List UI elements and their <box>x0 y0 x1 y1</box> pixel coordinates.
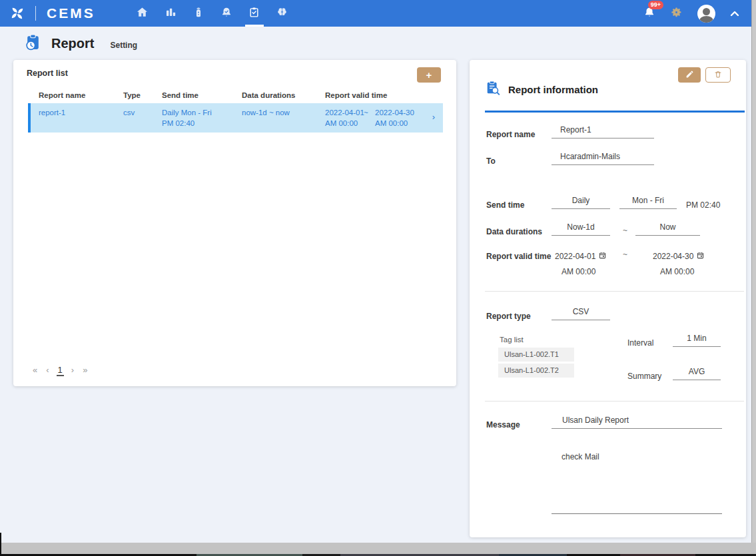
pagination-prev[interactable]: ‹ <box>45 365 50 376</box>
duration-tilde: ~ <box>623 226 627 235</box>
report-list-title: Report list <box>27 69 68 78</box>
valid-from-time-text[interactable]: AM 00:00 <box>562 267 595 276</box>
message-label: Message <box>486 420 520 429</box>
section-divider <box>485 291 744 292</box>
row-valid-to-date: 2022-04-30 <box>375 109 414 117</box>
report-information-panel: Report information Report name Report-1 … <box>470 60 746 537</box>
clipboard-check-icon <box>248 6 260 21</box>
bell-check-icon <box>220 6 232 21</box>
brand-name: CEMS <box>47 5 95 21</box>
nav-alarm[interactable] <box>212 0 240 27</box>
report-name-label: Report name <box>486 130 535 139</box>
page-title: Report <box>51 36 94 51</box>
vertical-scrollbar[interactable] <box>751 0 756 556</box>
chevron-up-icon <box>730 7 739 19</box>
bell-icon <box>643 9 655 21</box>
column-report-name: Report name <box>39 91 85 99</box>
page-header: Report Setting <box>24 33 137 54</box>
company-logo-icon <box>9 5 26 22</box>
row-valid-to-time: AM 00:00 <box>375 119 408 127</box>
to-field[interactable]: Hcaradmin-Mails <box>552 150 654 165</box>
column-data-durations: Data durations <box>242 91 296 99</box>
nav-ai[interactable] <box>268 0 296 27</box>
pagination-next[interactable]: › <box>70 365 75 376</box>
window-left-edge <box>0 533 1 556</box>
bar-chart-icon <box>165 6 177 21</box>
valid-from-date-picker[interactable]: 2022-04-01 <box>555 252 606 261</box>
report-name-field[interactable]: Report-1 <box>552 124 654 139</box>
calendar-icon <box>697 252 704 261</box>
nav-home[interactable] <box>129 0 157 27</box>
edit-report-button[interactable] <box>678 67 701 83</box>
application-window: CEMS <box>0 0 756 556</box>
report-type-field[interactable]: CSV <box>552 306 610 320</box>
add-report-button[interactable]: + <box>417 67 441 83</box>
home-icon <box>136 6 149 21</box>
data-durations-label: Data durations <box>486 227 542 236</box>
send-days-field[interactable]: Mon - Fri <box>619 194 677 209</box>
pagination-page-1[interactable]: 1 <box>57 365 64 376</box>
calendar-icon <box>599 252 606 261</box>
settings-button[interactable] <box>670 6 683 21</box>
pagination-first[interactable]: « <box>31 365 39 376</box>
notification-count-badge: 99+ <box>648 1 663 9</box>
pencil-icon <box>685 70 694 81</box>
send-clock-text[interactable]: PM 02:40 <box>686 200 720 210</box>
duration-from-field[interactable]: Now-1d <box>552 221 610 236</box>
nav-charts[interactable] <box>157 0 185 27</box>
section-divider <box>485 401 744 402</box>
nav-device[interactable] <box>185 0 212 27</box>
summary-field[interactable]: AVG <box>673 366 721 380</box>
valid-from-date-value: 2022-04-01 <box>555 252 595 261</box>
valid-to-time-text[interactable]: AM 00:00 <box>660 267 694 276</box>
iot-sensor-icon <box>192 6 204 21</box>
row-report-name: report-1 <box>39 109 65 117</box>
row-type: csv <box>123 109 135 117</box>
column-report-valid-time: Report valid time <box>325 91 387 99</box>
tab-setting[interactable]: Setting <box>110 41 137 50</box>
report-type-label: Report type <box>486 312 531 321</box>
clipboard-search-icon <box>485 80 501 99</box>
interval-field[interactable]: 1 Min <box>673 332 721 347</box>
message-body-text[interactable]: check Mail <box>562 452 599 461</box>
table-row-report-1[interactable]: report-1 csv Daily Mon - Fri PM 02:40 no… <box>28 103 443 133</box>
user-avatar[interactable] <box>697 5 715 23</box>
delete-report-button[interactable] <box>705 67 731 83</box>
pagination-last[interactable]: » <box>81 365 89 376</box>
top-navigation-bar: CEMS <box>0 0 751 27</box>
gear-icon <box>670 9 683 21</box>
message-subject-field[interactable]: Ulsan Daily Report <box>552 414 722 429</box>
trash-icon <box>714 70 722 81</box>
to-label: To <box>486 156 496 166</box>
row-chevron-right-icon[interactable]: › <box>432 112 435 122</box>
notifications-button[interactable]: 99+ <box>643 6 655 21</box>
row-send-time-schedule: Daily Mon - Fri <box>162 109 212 117</box>
duration-to-field[interactable]: Now <box>635 221 700 236</box>
interval-label: Interval <box>627 338 653 348</box>
row-valid-tilde: ~ <box>364 109 368 117</box>
avatar-shoulders <box>699 16 713 23</box>
valid-to-date-picker[interactable]: 2022-04-30 <box>653 252 704 261</box>
header-accent-rule <box>485 111 745 113</box>
report-information-title: Report information <box>508 84 598 95</box>
main-nav <box>129 0 296 27</box>
summary-label: Summary <box>627 372 661 381</box>
report-clock-icon <box>24 33 42 54</box>
row-valid-from-date: 2022-04-01 <box>325 109 364 117</box>
brain-icon <box>276 6 288 21</box>
report-information-header: Report information <box>485 80 598 99</box>
tag-list-item[interactable]: Ulsan-L1-002.T1 <box>498 348 574 362</box>
collapse-button[interactable] <box>730 7 739 19</box>
report-valid-time-label: Report valid time <box>486 252 551 261</box>
horizontal-scrollbar[interactable] <box>0 543 756 554</box>
report-list-panel: Report list + Report name Type Send time… <box>13 60 456 386</box>
brand-divider <box>35 6 36 21</box>
row-valid-from-time: AM 00:00 <box>325 119 358 127</box>
tag-list-item[interactable]: Ulsan-L1-002.T2 <box>498 364 574 378</box>
nav-report[interactable] <box>240 0 268 27</box>
valid-tilde: ~ <box>623 250 627 259</box>
column-send-time: Send time <box>162 91 198 99</box>
send-frequency-field[interactable]: Daily <box>552 194 610 209</box>
avatar-head <box>703 8 710 15</box>
topbar-right-cluster: 99+ <box>643 0 739 27</box>
